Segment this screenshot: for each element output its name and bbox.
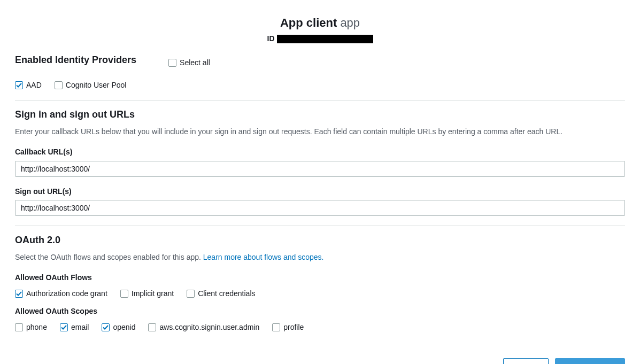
scope-openid-checkbox[interactable]: openid	[102, 322, 135, 333]
scope-email-checkbox[interactable]: email	[60, 322, 89, 333]
idp-aad-checkbox[interactable]: AAD	[15, 80, 42, 91]
idp-label: AAD	[26, 80, 42, 91]
flow-auth-code-checkbox[interactable]: Authorization code grant	[15, 289, 107, 299]
scope-label: email	[71, 322, 89, 333]
identity-providers-list: AADCognito User Pool	[15, 80, 625, 91]
scope-profile-checkbox[interactable]: profile	[272, 322, 304, 333]
oauth-description: Select the OAuth flows and scopes enable…	[15, 252, 625, 263]
checkbox-icon	[168, 59, 176, 67]
identity-providers-heading: Enabled Identity Providers	[15, 53, 136, 67]
oauth-scopes-list: phoneemailopenidaws.cognito.signin.user.…	[15, 322, 625, 333]
checkbox-icon	[15, 323, 23, 331]
oauth-flows-list: Authorization code grantImplicit grantCl…	[15, 289, 625, 299]
scope-label: aws.cognito.signin.user.admin	[159, 322, 259, 333]
idp-label: Cognito User Pool	[66, 80, 127, 91]
cancel-button[interactable]: Cancel	[503, 358, 549, 364]
flow-implicit-checkbox[interactable]: Implicit grant	[120, 289, 174, 299]
signout-url-label: Sign out URL(s)	[15, 187, 625, 197]
learn-more-link[interactable]: Learn more about flows and scopes.	[203, 253, 324, 261]
urls-description: Enter your callback URLs below that you …	[15, 127, 625, 137]
urls-heading: Sign in and sign out URLs	[15, 108, 625, 121]
checkbox-icon	[55, 81, 63, 89]
checkbox-icon	[148, 323, 156, 331]
signout-url-input[interactable]	[15, 200, 625, 216]
flow-label: Implicit grant	[132, 289, 174, 299]
scope-label: profile	[283, 322, 304, 333]
flow-client-creds-checkbox[interactable]: Client credentials	[187, 289, 255, 299]
client-id-row: ID	[15, 34, 625, 44]
save-button[interactable]: Save changes	[555, 358, 625, 364]
oauth-flows-label: Allowed OAuth Flows	[15, 273, 625, 283]
checkbox-icon	[60, 323, 68, 331]
checkbox-icon	[102, 323, 110, 331]
flow-label: Authorization code grant	[26, 289, 107, 299]
oauth-scopes-label: Allowed OAuth Scopes	[15, 306, 625, 317]
scope-label: openid	[113, 322, 135, 333]
checkbox-icon	[15, 290, 23, 298]
flow-label: Client credentials	[198, 289, 255, 299]
checkbox-icon	[187, 290, 195, 298]
scope-phone-checkbox[interactable]: phone	[15, 322, 47, 333]
client-id-redacted	[277, 35, 373, 43]
oauth-heading: OAuth 2.0	[15, 234, 625, 247]
callback-url-label: Callback URL(s)	[15, 147, 625, 158]
page-title: App client app	[15, 15, 625, 32]
divider	[15, 226, 625, 226]
checkbox-icon	[272, 323, 280, 331]
scope-label: phone	[26, 322, 47, 333]
callback-url-input[interactable]	[15, 161, 625, 177]
select-all-checkbox[interactable]: Select all	[168, 58, 210, 68]
checkbox-icon	[15, 81, 23, 89]
idp-cognito-checkbox[interactable]: Cognito User Pool	[55, 80, 127, 91]
scope-aws-cognito-admin-checkbox[interactable]: aws.cognito.signin.user.admin	[148, 322, 259, 333]
checkbox-icon	[120, 290, 128, 298]
divider	[15, 100, 625, 100]
